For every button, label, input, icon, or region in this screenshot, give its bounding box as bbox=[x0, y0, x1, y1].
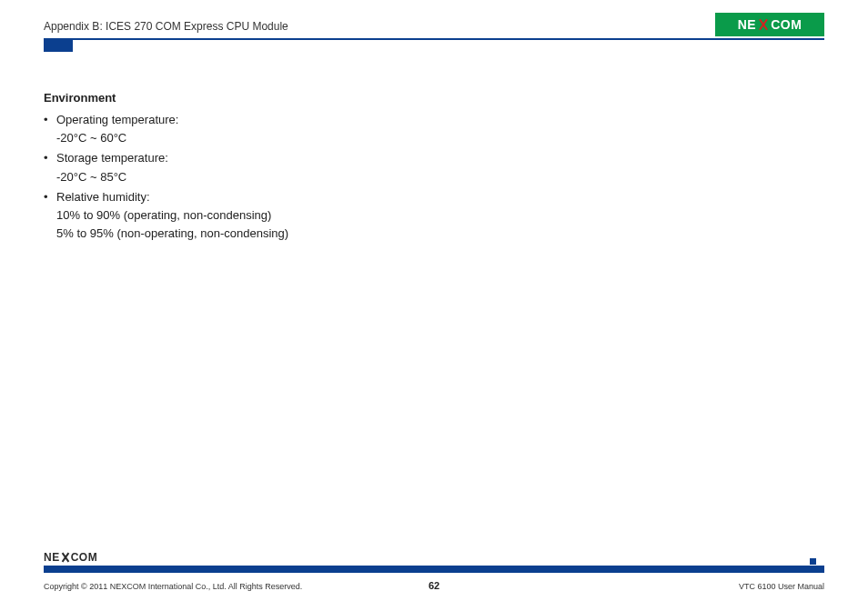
header-tab bbox=[44, 38, 73, 52]
spec-label: Operating temperature: bbox=[56, 113, 178, 126]
footer-brand-pre: NE bbox=[44, 551, 60, 564]
spec-label: Storage temperature: bbox=[56, 151, 168, 165]
list-item: Storage temperature: -20°C ~ 85°C bbox=[44, 149, 499, 185]
header-title: Appendix B: ICES 270 COM Express CPU Mod… bbox=[44, 20, 288, 33]
spec-value: -20°C ~ 85°C bbox=[56, 168, 499, 186]
footer-brand-logo: NE COM bbox=[44, 551, 97, 564]
footer-rule bbox=[44, 566, 824, 573]
spec-value: -20°C ~ 60°C bbox=[56, 129, 499, 147]
spec-value: 5% to 95% (non-operating, non-condensing… bbox=[56, 225, 499, 243]
brand-logo: NE COM bbox=[715, 13, 824, 36]
footer-doc-title: VTC 6100 User Manual bbox=[739, 582, 824, 591]
spec-list: Operating temperature: -20°C ~ 60°C Stor… bbox=[44, 111, 499, 243]
list-item: Operating temperature: -20°C ~ 60°C bbox=[44, 111, 499, 147]
brand-x-icon bbox=[757, 18, 770, 31]
list-item: Relative humidity: 10% to 90% (operating… bbox=[44, 188, 499, 243]
spec-label: Relative humidity: bbox=[56, 190, 150, 204]
section-heading: Environment bbox=[44, 89, 499, 107]
page: Appendix B: ICES 270 COM Express CPU Mod… bbox=[0, 0, 868, 611]
brand-logo-pre: NE bbox=[738, 17, 756, 32]
footer-corner-mark bbox=[810, 558, 824, 573]
spec-value: 10% to 90% (operating, non-condensing) bbox=[56, 206, 499, 225]
footer-x-icon bbox=[61, 553, 70, 562]
footer-brand-post: COM bbox=[71, 551, 98, 564]
header-rule bbox=[73, 38, 824, 40]
footer-page-number: 62 bbox=[0, 580, 868, 591]
content-block: Environment Operating temperature: -20°C… bbox=[44, 89, 499, 245]
brand-logo-post: COM bbox=[771, 17, 802, 32]
